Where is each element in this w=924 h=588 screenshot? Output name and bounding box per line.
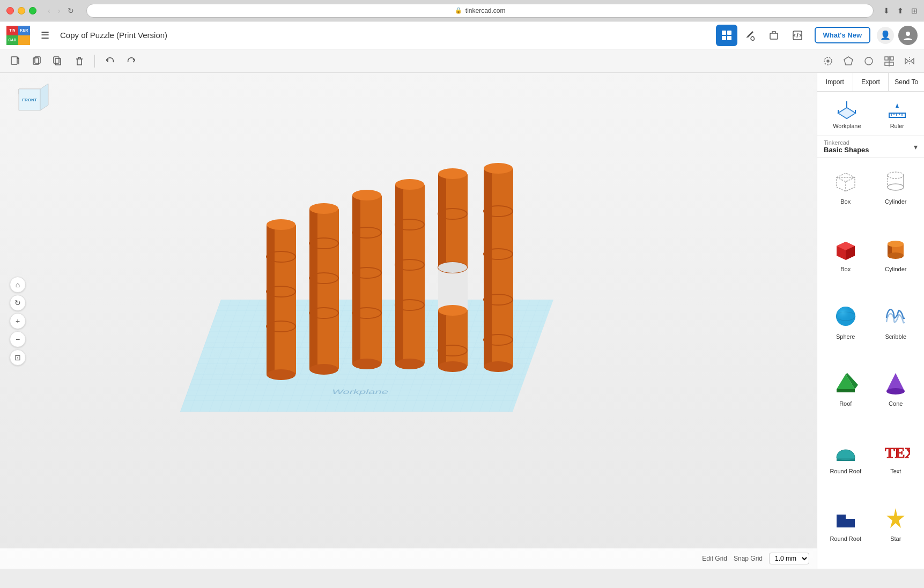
mirror-tool[interactable] bbox=[901, 53, 918, 69]
shape-round-roof[interactable]: Round Roof bbox=[822, 431, 870, 497]
add-user-button[interactable]: 👤 bbox=[877, 27, 894, 44]
app-container: TIN KER CAD ☰ Copy of Puzzle (Print Vers… bbox=[0, 21, 924, 569]
tools-button[interactable] bbox=[740, 25, 761, 46]
shape-roof[interactable]: Roof bbox=[822, 364, 870, 429]
shape-box-ghost[interactable]: Box bbox=[822, 162, 870, 227]
svg-point-48 bbox=[352, 359, 381, 369]
cylinder-4 bbox=[395, 179, 425, 369]
round-roof-icon bbox=[831, 436, 861, 466]
delete-button[interactable] bbox=[71, 53, 88, 70]
shape-text[interactable]: TEXT Text bbox=[872, 431, 920, 497]
export-3d-button[interactable] bbox=[763, 25, 785, 46]
svg-point-67 bbox=[438, 361, 467, 372]
svg-point-100 bbox=[888, 252, 904, 259]
send-to-button[interactable]: Send To bbox=[889, 73, 924, 91]
ruler-icon bbox=[886, 98, 908, 121]
share-icon[interactable]: ⬆ bbox=[897, 6, 904, 15]
user-avatar[interactable] bbox=[898, 26, 918, 45]
address-bar[interactable]: 🔒 tinkercad.com bbox=[86, 4, 874, 18]
library-dropdown-button[interactable]: ▾ bbox=[914, 143, 918, 151]
paste-button[interactable] bbox=[49, 53, 66, 70]
browser-chrome: ‹ › ↻ 🔒 tinkercad.com ⬇ ⬆ ⊞ bbox=[0, 0, 924, 21]
scene-container: Workplane bbox=[0, 73, 817, 569]
roof-label: Roof bbox=[839, 400, 852, 407]
snap-grid-label: Snap Grid bbox=[734, 555, 763, 562]
svg-point-110 bbox=[837, 456, 855, 460]
svg-rect-69 bbox=[484, 168, 492, 367]
library-name: Basic Shapes bbox=[824, 146, 869, 154]
collapse-panel-handle[interactable]: › bbox=[817, 310, 817, 332]
svg-text:TEXT: TEXT bbox=[885, 444, 910, 461]
viewport[interactable]: TOP FRONT ⌂ ↻ + − ⊡ bbox=[0, 73, 817, 569]
cylinder-solid-label: Cylinder bbox=[885, 266, 906, 272]
svg-rect-11 bbox=[55, 58, 61, 65]
shape-sphere[interactable]: Sphere bbox=[822, 297, 870, 362]
cylinder-2 bbox=[309, 203, 339, 375]
circle-tool[interactable] bbox=[861, 53, 877, 69]
grid-view-button[interactable] bbox=[716, 25, 737, 46]
bottom-bar: Edit Grid Snap Grid 1.0 mm 0.5 mm 2.0 mm bbox=[0, 548, 817, 569]
shape-cone[interactable]: Cone bbox=[872, 364, 920, 429]
tinkercad-logo: TIN KER CAD bbox=[6, 26, 30, 45]
svg-point-44 bbox=[352, 190, 381, 200]
svg-point-51 bbox=[395, 179, 424, 190]
lock-icon: 🔒 bbox=[455, 7, 462, 14]
svg-rect-50 bbox=[395, 184, 403, 364]
svg-rect-36 bbox=[309, 209, 317, 369]
import-button[interactable]: Import bbox=[817, 73, 853, 91]
menu-button[interactable]: ☰ bbox=[36, 27, 54, 43]
logo-tin: TIN bbox=[6, 26, 18, 35]
whats-new-button[interactable]: What's New bbox=[815, 27, 870, 43]
back-button[interactable]: ‹ bbox=[45, 5, 53, 16]
ruler-tool[interactable]: Ruler bbox=[886, 98, 908, 129]
ruler-label: Ruler bbox=[890, 123, 904, 129]
svg-point-34 bbox=[267, 369, 295, 380]
shape-box-solid[interactable]: Box bbox=[822, 229, 870, 295]
new-tab-icon[interactable]: ⊞ bbox=[911, 6, 918, 15]
cylinder-3 bbox=[352, 190, 382, 369]
shape-star[interactable]: Star bbox=[872, 499, 920, 564]
code-button[interactable] bbox=[787, 25, 808, 46]
svg-marker-77 bbox=[838, 108, 855, 118]
star-icon bbox=[881, 503, 911, 533]
shape-cylinder-ghost[interactable]: Cylinder bbox=[872, 162, 920, 227]
library-category: Tinkercad bbox=[824, 139, 869, 146]
export-button[interactable]: Export bbox=[853, 73, 889, 91]
svg-point-14 bbox=[865, 57, 873, 65]
snap-grid-select[interactable]: 1.0 mm 0.5 mm 2.0 mm bbox=[769, 553, 809, 564]
nav-icons bbox=[716, 25, 808, 46]
cylinder-1 bbox=[267, 219, 296, 380]
svg-point-61 bbox=[438, 168, 467, 179]
browser-right-icons: ⬇ ⬆ ⊞ bbox=[883, 6, 918, 15]
download-icon[interactable]: ⬇ bbox=[883, 6, 890, 15]
svg-point-99 bbox=[888, 241, 904, 247]
svg-rect-29 bbox=[267, 225, 275, 375]
new-design-button[interactable] bbox=[6, 53, 24, 70]
sphere-icon bbox=[831, 301, 861, 331]
align-tool[interactable] bbox=[881, 53, 897, 69]
point-tool[interactable] bbox=[820, 53, 836, 69]
box-ghost-icon bbox=[831, 166, 861, 196]
cone-icon bbox=[881, 368, 911, 398]
redo-button[interactable] bbox=[123, 53, 140, 70]
edit-grid-button[interactable]: Edit Grid bbox=[702, 555, 727, 562]
shape-scribble[interactable]: Scribble bbox=[872, 297, 920, 362]
workplane-tool[interactable]: Workplane bbox=[833, 98, 861, 129]
refresh-button[interactable]: ↻ bbox=[65, 5, 77, 16]
shape-cylinder-solid[interactable]: Cylinder bbox=[872, 229, 920, 295]
copy-button[interactable] bbox=[28, 53, 45, 70]
svg-point-6 bbox=[906, 32, 910, 36]
logo-cad bbox=[18, 35, 30, 45]
svg-rect-15 bbox=[885, 57, 888, 60]
forward-button[interactable]: › bbox=[55, 5, 63, 16]
shape-round-root[interactable]: Round Root bbox=[822, 499, 870, 564]
svg-rect-10 bbox=[54, 57, 59, 63]
maximize-button[interactable] bbox=[29, 7, 36, 14]
minimize-button[interactable] bbox=[18, 7, 25, 14]
undo-button[interactable] bbox=[101, 53, 119, 70]
close-button[interactable] bbox=[6, 7, 14, 14]
round-roof-label: Round Roof bbox=[830, 468, 861, 474]
svg-point-64 bbox=[438, 262, 467, 273]
workplane-icon bbox=[836, 98, 858, 121]
polygon-tool[interactable] bbox=[840, 53, 856, 69]
